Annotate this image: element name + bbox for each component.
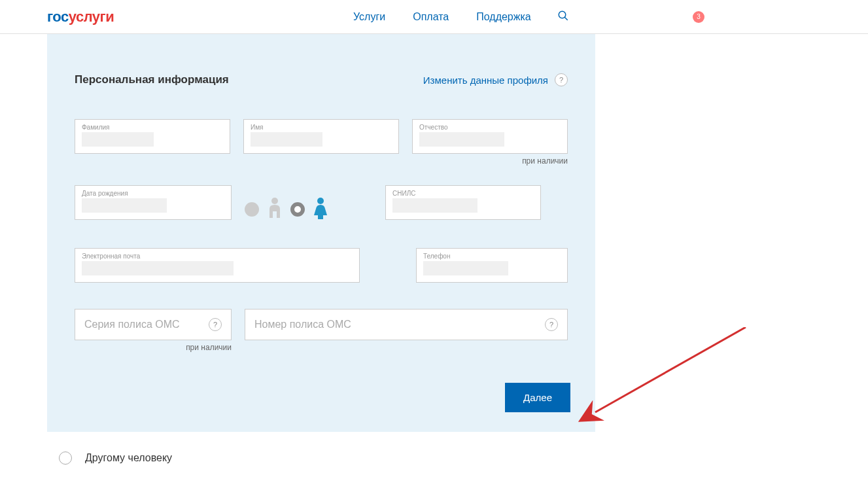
change-profile-text: Изменить данные профиля — [423, 75, 548, 86]
birthdate-value — [82, 198, 167, 213]
other-person-option[interactable]: Другому человеку — [59, 452, 821, 465]
logo-part1: гос — [47, 9, 69, 25]
nav-support[interactable]: Поддержка — [476, 11, 530, 23]
oms-number-input[interactable]: Номер полиса ОМС ? — [245, 309, 568, 340]
male-icon — [267, 197, 283, 222]
phone-label: Телефон — [423, 253, 561, 260]
firstname-label: Имя — [251, 124, 392, 131]
email-value — [82, 261, 234, 275]
firstname-field[interactable]: Имя — [243, 119, 399, 154]
firstname-value — [251, 132, 322, 147]
patronymic-value — [419, 132, 504, 147]
notification-badge[interactable]: 3 — [693, 11, 704, 23]
birthdate-field[interactable]: Дата рождения — [75, 185, 232, 220]
section-title: Персональная информация — [75, 73, 229, 86]
svg-line-1 — [564, 17, 568, 20]
logo[interactable]: госуслуги — [47, 9, 114, 26]
gender-group — [245, 185, 328, 222]
nav-services[interactable]: Услуги — [353, 11, 385, 23]
snils-field[interactable]: СНИЛС — [385, 185, 541, 220]
lastname-value — [82, 132, 154, 147]
gender-female-radio[interactable] — [290, 202, 305, 217]
female-icon — [313, 197, 328, 222]
oms-series-input[interactable]: Серия полиса ОМС ? — [75, 309, 232, 340]
patronymic-field[interactable]: Отчество — [412, 119, 568, 154]
oms-series-hint: при наличии — [75, 343, 232, 352]
lastname-label: Фамилия — [82, 124, 223, 131]
gender-male-radio[interactable] — [245, 202, 259, 217]
logo-part2: услуги — [69, 9, 114, 25]
phone-value — [423, 261, 508, 275]
patronymic-hint: при наличии — [412, 156, 568, 166]
nav-payment[interactable]: Оплата — [413, 11, 449, 23]
snils-value — [392, 198, 477, 213]
oms-series-placeholder: Серия полиса ОМС — [84, 319, 180, 330]
change-profile-link[interactable]: Изменить данные профиля ? — [423, 73, 568, 86]
snils-label: СНИЛС — [392, 190, 534, 197]
help-icon[interactable]: ? — [209, 318, 222, 331]
site-header: госуслуги Услуги Оплата Поддержка 3 — [0, 0, 868, 34]
help-icon[interactable]: ? — [545, 318, 558, 331]
personal-info-panel: Персональная информация Изменить данные … — [47, 34, 595, 432]
birthdate-label: Дата рождения — [82, 190, 224, 197]
help-icon[interactable]: ? — [555, 73, 568, 86]
other-person-radio[interactable] — [59, 452, 72, 465]
oms-number-placeholder: Номер полиса ОМС — [254, 319, 351, 330]
svg-point-2 — [271, 198, 278, 204]
svg-point-3 — [317, 198, 324, 204]
lastname-field[interactable]: Фамилия — [75, 119, 230, 154]
email-label: Электронная почта — [82, 253, 353, 260]
other-person-label: Другому человеку — [85, 452, 172, 464]
next-button[interactable]: Далее — [505, 383, 570, 412]
main-nav: Услуги Оплата Поддержка — [353, 11, 531, 23]
email-field[interactable]: Электронная почта — [75, 248, 360, 283]
svg-point-0 — [559, 11, 566, 18]
search-icon[interactable] — [557, 10, 569, 24]
phone-field[interactable]: Телефон — [416, 248, 568, 283]
patronymic-label: Отчество — [419, 124, 561, 131]
